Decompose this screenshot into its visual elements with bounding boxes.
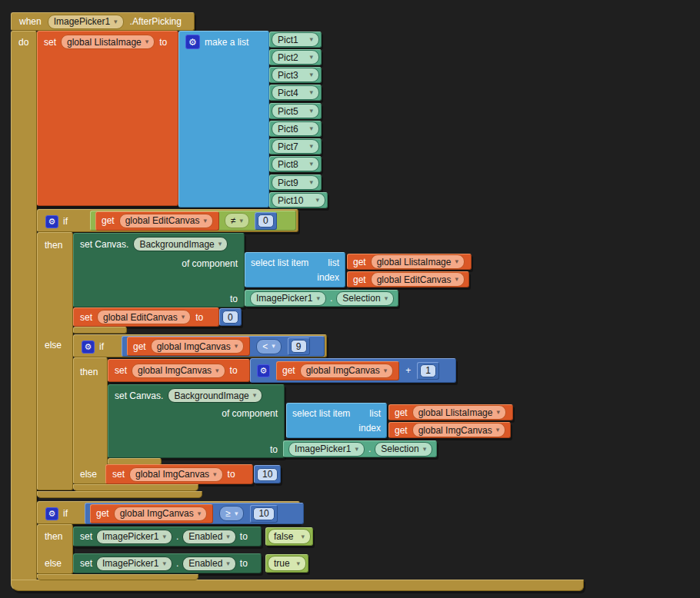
boolean-dropdown[interactable]: true <box>268 556 306 571</box>
operator-dropdown[interactable]: < <box>256 339 282 354</box>
number-value[interactable]: 9 <box>291 340 307 353</box>
set-canvas-backgroundimage-block[interactable]: set Canvas. BackgroundImage of component… <box>73 233 245 307</box>
number-value[interactable]: 1 <box>420 364 436 377</box>
if-block-spine[interactable]: then else <box>37 232 73 490</box>
property-dropdown[interactable]: Selection <box>375 442 432 457</box>
if-block-spine[interactable]: then else <box>37 524 73 574</box>
get-variable-block[interactable]: get global ImgCanvas <box>388 422 511 438</box>
set-variable-editcanvas-block[interactable]: set global EditCanvas to <box>73 307 219 327</box>
variable-dropdown[interactable]: global ImgCanvas <box>129 467 223 482</box>
event-component-dropdown[interactable]: ImagePicker1 <box>48 15 124 29</box>
select-list-item-block[interactable]: select list item list index <box>286 403 387 438</box>
component-dropdown[interactable]: ImagePicker1 <box>96 530 172 544</box>
get-variable-block[interactable]: get global LlistaImage <box>388 404 513 420</box>
set-variable-imgcanvas-block[interactable]: set global ImgCanvas to <box>108 359 250 382</box>
property-dropdown[interactable]: Enabled <box>182 556 236 571</box>
component-dropdown[interactable]: Pict2 <box>272 50 319 65</box>
variable-dropdown[interactable]: global LlistaImage <box>412 405 506 420</box>
less-than-compare-block[interactable]: get global ImgCanvas < 9 <box>122 336 325 357</box>
component-dropdown[interactable]: Pict1 <box>272 32 319 47</box>
variable-dropdown[interactable]: global LlistaImage <box>371 254 465 269</box>
get-variable-block[interactable]: get global EditCanvas <box>347 271 469 287</box>
variable-dropdown[interactable]: global EditCanvas <box>371 272 465 287</box>
component-block[interactable]: Pict7 <box>269 138 322 154</box>
get-variable-block[interactable]: get global EditCanvas <box>95 211 219 231</box>
component-property-getter-block[interactable]: ImagePicker1 . Selection <box>283 440 437 457</box>
number-value[interactable]: 10 <box>257 468 278 481</box>
component-dropdown[interactable]: Pict7 <box>272 139 319 154</box>
mutator-gear-icon[interactable]: ⚙ <box>82 341 95 354</box>
number-block[interactable]: 0 <box>219 308 242 326</box>
property-dropdown[interactable]: Enabled <box>182 530 236 544</box>
component-block[interactable]: Pict10 <box>269 192 328 208</box>
component-block[interactable]: Pict6 <box>269 121 322 137</box>
mutator-gear-icon[interactable]: ⚙ <box>257 364 270 377</box>
number-value[interactable]: 0 <box>222 311 238 324</box>
component-dropdown[interactable]: Pict8 <box>272 157 319 171</box>
property-dropdown[interactable]: BackgroundImage <box>168 388 262 403</box>
get-variable-block[interactable]: get global ImgCanvas <box>276 361 399 380</box>
variable-dropdown[interactable]: global ImgCanvas <box>300 364 394 378</box>
logic-false-block[interactable]: false <box>265 527 313 546</box>
number-block[interactable]: 10 <box>250 505 277 523</box>
component-block[interactable]: Pict9 <box>269 174 322 191</box>
component-block[interactable]: Pict4 <box>269 85 322 101</box>
component-block[interactable]: Pict8 <box>269 156 322 172</box>
set-variable-imgcanvas-block[interactable]: set global ImgCanvas to <box>105 464 253 484</box>
set-variable-llistaimage-block[interactable]: set global LlistaImage to <box>37 31 178 206</box>
number-block[interactable]: 9 <box>288 337 310 355</box>
operator-dropdown[interactable]: ≥ <box>219 506 244 521</box>
variable-dropdown[interactable]: global LlistaImage <box>61 35 155 49</box>
number-value[interactable]: 10 <box>253 507 274 520</box>
component-dropdown[interactable]: Pict9 <box>272 175 319 190</box>
component-property-getter-block[interactable]: ImagePicker1 . Selection <box>245 290 398 307</box>
variable-dropdown[interactable]: global ImgCanvas <box>151 339 245 354</box>
mutator-gear-icon[interactable]: ⚙ <box>45 215 58 228</box>
number-block[interactable]: 1 <box>417 362 439 380</box>
boolean-dropdown[interactable]: false <box>268 529 311 544</box>
set-imagepicker-enabled-block[interactable]: set ImagePicker1 . Enabled to <box>73 553 262 573</box>
component-dropdown[interactable]: Pict6 <box>272 121 319 136</box>
component-block[interactable]: Pict5 <box>269 103 322 119</box>
set-imagepicker-enabled-block[interactable]: set ImagePicker1 . Enabled to <box>73 527 262 547</box>
component-dropdown[interactable]: Pict5 <box>272 104 319 118</box>
operator-dropdown[interactable]: ≠ <box>225 213 249 228</box>
get-variable-block[interactable]: get global ImgCanvas <box>90 504 213 523</box>
make-a-list-block[interactable]: ⚙ make a list <box>178 31 269 208</box>
number-block[interactable]: 10 <box>254 465 281 483</box>
logic-true-block[interactable]: true <box>265 554 308 573</box>
when-event-block[interactable]: when ImagePicker1 .AfterPicking <box>11 12 195 31</box>
component-dropdown[interactable]: Pict10 <box>272 193 325 208</box>
when-block-spine[interactable]: do <box>11 31 37 581</box>
select-list-item-label: select list item <box>251 258 308 267</box>
component-dropdown[interactable]: ImagePicker1 <box>250 291 326 306</box>
component-dropdown[interactable]: ImagePicker1 <box>96 556 172 571</box>
mutator-gear-icon[interactable]: ⚙ <box>185 35 200 49</box>
variable-dropdown[interactable]: global ImgCanvas <box>412 423 506 437</box>
property-dropdown[interactable]: BackgroundImage <box>133 237 228 251</box>
property-dropdown[interactable]: Selection <box>336 291 394 306</box>
component-block[interactable]: Pict2 <box>269 49 322 65</box>
if-block-spine[interactable]: then else <box>73 357 108 484</box>
get-variable-block[interactable]: get global LlistaImage <box>347 254 472 270</box>
select-list-item-block[interactable]: select list item list index <box>245 252 345 287</box>
plus-operator: + <box>405 366 411 375</box>
component-block[interactable]: Pict3 <box>269 67 322 83</box>
number-value[interactable]: 0 <box>258 214 274 228</box>
component-block[interactable]: Pict1 <box>269 32 322 48</box>
addition-block[interactable]: ⚙ get global ImgCanvas + 1 <box>250 358 456 383</box>
variable-dropdown[interactable]: global EditCanvas <box>119 214 213 228</box>
not-equal-compare-block[interactable]: get global EditCanvas ≠ 0 <box>90 211 296 231</box>
number-block[interactable]: 0 <box>255 212 277 230</box>
greater-equal-compare-block[interactable]: get global ImgCanvas ≥ 10 <box>85 503 304 524</box>
variable-dropdown[interactable]: global ImgCanvas <box>132 364 225 378</box>
component-dropdown[interactable]: Pict4 <box>272 85 319 100</box>
when-block-bottom[interactable] <box>11 580 584 591</box>
variable-dropdown[interactable]: global EditCanvas <box>97 310 191 324</box>
set-canvas-backgroundimage-block[interactable]: set Canvas. BackgroundImage of component… <box>108 384 285 458</box>
component-dropdown[interactable]: ImagePicker1 <box>288 442 365 457</box>
variable-dropdown[interactable]: global ImgCanvas <box>114 507 208 521</box>
get-variable-block[interactable]: get global ImgCanvas <box>127 337 250 356</box>
mutator-gear-icon[interactable]: ⚙ <box>45 507 58 520</box>
component-dropdown[interactable]: Pict3 <box>272 68 319 82</box>
